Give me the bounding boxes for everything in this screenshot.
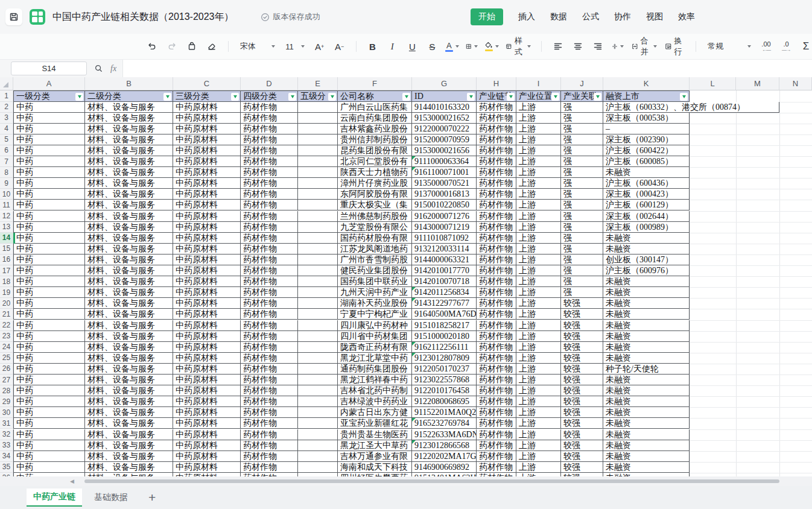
cell-H34[interactable]: 药材作物 (477, 451, 516, 462)
sum-button[interactable]: Σ (800, 38, 812, 55)
cell-J32[interactable]: 较强 (561, 429, 603, 440)
cell-A3[interactable]: 中药 (13, 113, 85, 124)
cell-J17[interactable]: 强 (561, 265, 603, 276)
cell-A33[interactable]: 中药 (13, 440, 85, 451)
cell-D10[interactable]: 药材作物 (241, 189, 298, 200)
cell-H5[interactable]: 药材作物 (477, 134, 516, 145)
cell-C12[interactable]: 中药原材料 (173, 211, 241, 222)
cell-B24[interactable]: 材料、设备与服务 (85, 342, 173, 353)
formula-input[interactable] (122, 60, 812, 77)
cell-B6[interactable]: 材料、设备与服务 (85, 145, 173, 156)
menu-tab-view[interactable]: 视图 (646, 11, 663, 22)
cell-C4[interactable]: 中药原材料 (173, 124, 241, 134)
cell-B10[interactable]: 材料、设备与服务 (85, 189, 173, 200)
cell-K21[interactable]: 未融资 (603, 309, 690, 320)
cell-G6[interactable]: 9153000021656 (412, 145, 477, 156)
cell-J6[interactable]: 强 (561, 145, 603, 156)
cell-K5[interactable]: 深主板（002390） (603, 134, 690, 145)
cell-C33[interactable]: 中药原材料 (173, 440, 241, 451)
cell-A31[interactable]: 中药 (13, 418, 85, 429)
search-icon[interactable] (94, 64, 103, 73)
column-header-D[interactable]: D (241, 77, 298, 90)
cell-A16[interactable]: 中药 (13, 255, 85, 265)
cell-D24[interactable]: 药材作物 (241, 342, 298, 353)
cell-E18[interactable] (298, 276, 338, 287)
cell-A8[interactable]: 中药 (13, 167, 85, 178)
cell-I17[interactable]: 上游 (516, 265, 561, 276)
cell-D27[interactable]: 药材作物 (241, 375, 298, 385)
cell-G22[interactable]: 9151018258217 (412, 320, 477, 331)
increase-decimal-button[interactable]: .00←— (760, 38, 772, 55)
cell-G2[interactable]: 9144010163320 (412, 102, 477, 113)
cell-A22[interactable]: 中药 (13, 320, 85, 331)
cell-F34[interactable]: 吉林万通参业有限 (338, 451, 412, 462)
cell-H10[interactable]: 药材作物 (477, 189, 516, 200)
cell-D8[interactable]: 药材作物 (241, 167, 298, 178)
cell-F3[interactable]: 云南白药集团股份 (338, 113, 412, 124)
cell-J21[interactable]: 较强 (561, 309, 603, 320)
cell-B3[interactable]: 材料、设备与服务 (85, 113, 173, 124)
row-header-24[interactable]: 24 (0, 342, 13, 353)
cell-J16[interactable]: 强 (561, 255, 603, 265)
decrease-decimal-button[interactable]: .0—→ (780, 38, 792, 55)
cell-J20[interactable]: 较强 (561, 298, 603, 309)
cell-A18[interactable]: 中药 (13, 276, 85, 287)
row-header-10[interactable]: 10 (0, 189, 13, 200)
cell-K11[interactable]: 沪主板（600129） (603, 200, 690, 210)
column-header-F[interactable]: F (338, 77, 412, 90)
filter-button[interactable] (467, 93, 475, 101)
cell-F26[interactable]: 通药制药集团股份 (338, 364, 412, 375)
cell-K30[interactable]: 未融资 (603, 407, 690, 418)
cell-J29[interactable]: 较强 (561, 396, 603, 407)
row-header-14[interactable]: 14 (0, 233, 13, 244)
cell-B31[interactable]: 材料、设备与服务 (85, 418, 173, 429)
cell-C8[interactable]: 中药原材料 (173, 167, 241, 178)
column-header-M[interactable]: M (736, 77, 779, 90)
cell-B17[interactable]: 材料、设备与服务 (85, 265, 173, 276)
row-header-18[interactable]: 18 (0, 276, 13, 287)
cell-E28[interactable] (298, 385, 338, 396)
column-header-N[interactable]: N (779, 77, 812, 90)
cell-F24[interactable]: 陇西奇正药材有限 (338, 342, 412, 353)
cell-E17[interactable] (298, 265, 338, 276)
save-button[interactable] (5, 8, 22, 25)
cell-I5[interactable]: 上游 (516, 134, 561, 145)
font-size-select[interactable]: 11 (284, 39, 305, 54)
cell-A28[interactable]: 中药 (13, 385, 85, 396)
cell-B23[interactable]: 材料、设备与服务 (85, 331, 173, 342)
cell-E8[interactable] (298, 167, 338, 178)
cell-K25[interactable]: 未融资 (603, 353, 690, 364)
row-header-20[interactable]: 20 (0, 298, 13, 309)
column-header-J[interactable]: J (561, 77, 603, 90)
cell-H25[interactable]: 药材作物 (477, 353, 516, 364)
cell-C17[interactable]: 中药原材料 (173, 265, 241, 276)
cell-C3[interactable]: 中药原材料 (173, 113, 241, 124)
cell-C15[interactable]: 中药原材料 (173, 244, 241, 255)
cell-J12[interactable]: 强 (561, 211, 603, 222)
cell-I12[interactable]: 上游 (516, 211, 561, 222)
cell-K32[interactable]: 未融资 (603, 429, 690, 440)
cell-F30[interactable]: 内蒙古日出东方健 (338, 407, 412, 418)
row-header-6[interactable]: 6 (0, 145, 13, 156)
cell-B4[interactable]: 材料、设备与服务 (85, 124, 173, 134)
cell-G32[interactable]: 91522633MA6DN (412, 429, 477, 440)
cell-J8[interactable]: 强 (561, 167, 603, 178)
cell-J3[interactable]: 强 (561, 113, 603, 124)
cell-J18[interactable]: 强 (561, 276, 603, 287)
cell-B28[interactable]: 材料、设备与服务 (85, 385, 173, 396)
cell-I3[interactable]: 上游 (516, 113, 561, 124)
cell-D12[interactable]: 药材作物 (241, 211, 298, 222)
row-header-17[interactable]: 17 (0, 265, 13, 276)
cell-K18[interactable]: 未融资 (603, 276, 690, 287)
increase-font-button[interactable]: A+ (314, 38, 326, 55)
align-left-button[interactable] (552, 38, 564, 55)
column-header-G[interactable]: G (412, 77, 477, 90)
cell-E27[interactable] (298, 375, 338, 385)
cell-I16[interactable]: 上游 (516, 255, 561, 265)
cell-D6[interactable]: 药材作物 (241, 145, 298, 156)
cell-A29[interactable]: 中药 (13, 396, 85, 407)
cell-I25[interactable]: 上游 (516, 353, 561, 364)
select-all-corner[interactable] (0, 77, 13, 90)
cell-D16[interactable]: 药材作物 (241, 255, 298, 265)
cell-C22[interactable]: 中药原材料 (173, 320, 241, 331)
